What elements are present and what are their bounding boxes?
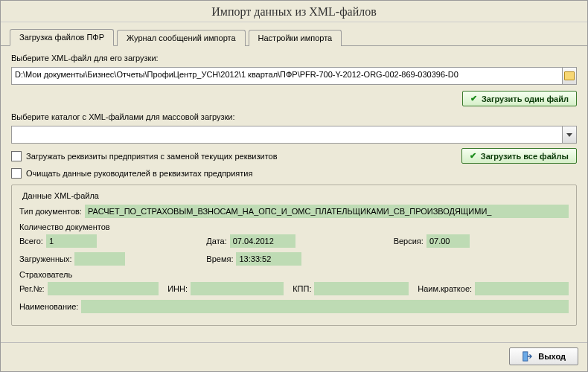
file-select-label: Выберите XML-файл для его загрузки: (11, 54, 577, 62)
total-value: 1 (46, 234, 97, 248)
tab-import-log[interactable]: Журнал сообщений импорта (117, 30, 246, 46)
file-browse-button[interactable] (563, 67, 577, 85)
time-value: 13:33:52 (236, 252, 301, 266)
date-value: 07.04.2012 (230, 234, 295, 248)
xml-data-group: Данные XML-файла Тип документов: РАСЧЕТ_… (11, 185, 577, 326)
check-icon: ✔ (470, 94, 477, 103)
load-all-files-button[interactable]: ✔ Загрузить все файлы (461, 148, 577, 164)
tab-load-pfr[interactable]: Загрузка файлов ПФР (10, 29, 114, 46)
catalog-select-row (11, 126, 577, 144)
version-value: 07.00 (426, 234, 470, 248)
catalog-path-input[interactable] (11, 126, 563, 144)
loaded-value (74, 252, 125, 266)
version-label: Версия: (394, 237, 424, 246)
tab-panel-load: Выберите XML-файл для его загрузки: D:\М… (1, 46, 587, 342)
option-replace-label: Загружать реквизиты предприятия с замено… (26, 152, 278, 161)
checkbox-icon (11, 151, 22, 161)
exit-button[interactable]: Выход (509, 347, 578, 365)
name-value (81, 300, 569, 313)
exit-icon (522, 351, 532, 362)
regno-label: Рег.№: (19, 284, 45, 293)
loaded-label: Загруженных: (19, 254, 71, 263)
catalog-dropdown-button[interactable] (563, 126, 577, 144)
file-select-row: D:\Мои документы\Бизнес\Отчеты\ПрофиЦент… (11, 67, 577, 85)
check-icon: ✔ (470, 151, 476, 161)
kpp-value (314, 282, 409, 295)
kpp-label: КПП: (293, 284, 311, 293)
doc-type-value: РАСЧЕТ_ПО_СТРАХОВЫМ_ВЗНОСАМ_НА_ОПС_И_ОМС… (85, 205, 569, 218)
inn-value (191, 282, 284, 295)
option-clear-managers[interactable]: Очищать данные руководителей в реквизита… (11, 168, 577, 179)
footer: Выход (1, 342, 587, 371)
catalog-select-label: Выберите каталог с XML-файлами для массо… (11, 112, 577, 121)
name-label: Наименование: (19, 302, 78, 311)
total-label: Всего: (19, 237, 43, 246)
window-title: Импорт данных из XML-файлов (1, 1, 587, 22)
xml-data-legend: Данные XML-файла (19, 191, 102, 200)
shortname-value (475, 282, 569, 295)
svg-rect-0 (523, 352, 528, 361)
date-label: Дата: (206, 237, 226, 246)
checkbox-icon (11, 168, 22, 179)
tab-strip: Загрузка файлов ПФР Журнал сообщений имп… (1, 22, 587, 46)
window: Импорт данных из XML-файлов Загрузка фай… (0, 0, 588, 372)
load-one-file-label: Загрузить один файл (482, 94, 569, 103)
option-clear-label: Очищать данные руководителей в реквизита… (26, 169, 252, 178)
inn-label: ИНН: (167, 284, 188, 293)
chevron-down-icon (566, 133, 572, 137)
insurer-heading: Страхователь (19, 270, 569, 279)
shortname-label: Наим.краткое: (418, 284, 472, 293)
exit-label: Выход (538, 352, 566, 361)
load-one-file-button[interactable]: ✔ Загрузить один файл (462, 91, 577, 106)
file-path-input[interactable]: D:\Мои документы\Бизнес\Отчеты\ПрофиЦент… (11, 67, 563, 85)
time-label: Время: (206, 254, 233, 263)
regno-value (48, 282, 159, 295)
doc-type-label: Тип документов: (19, 207, 82, 216)
doc-count-heading: Количество документов (19, 222, 569, 231)
tab-import-settings[interactable]: Настройки импорта (249, 30, 342, 46)
folder-icon (564, 71, 575, 80)
load-all-files-label: Загрузить все файлы (481, 152, 569, 161)
option-replace-requisites[interactable]: Загружать реквизиты предприятия с замено… (11, 151, 278, 161)
